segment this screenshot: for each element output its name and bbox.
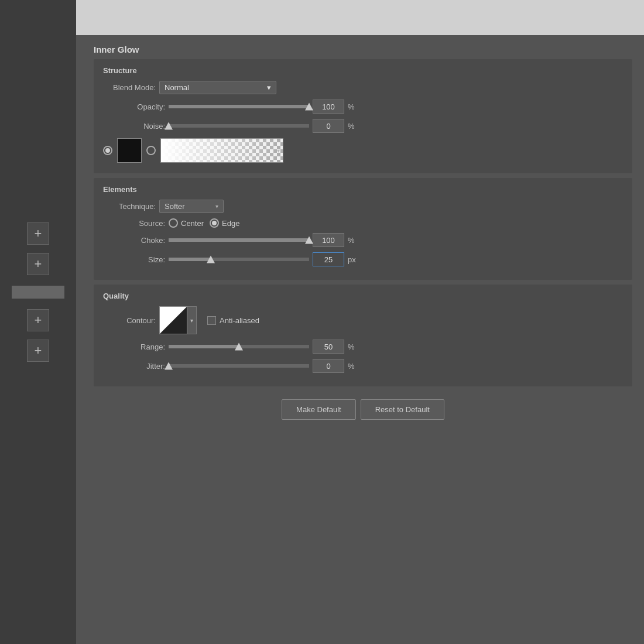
source-row: Source: Center Edge <box>103 218 623 228</box>
technique-row: Technique: Softer ▾ <box>103 200 623 213</box>
jitter-unit: % <box>348 362 359 371</box>
main-panel: Inner Glow Structure Blend Mode: Normal … <box>76 0 644 644</box>
choke-input[interactable] <box>313 233 344 247</box>
size-unit: px <box>348 255 359 264</box>
quality-title: Quality <box>103 292 623 300</box>
source-center-radio[interactable] <box>169 218 178 228</box>
size-label: Size: <box>112 255 165 264</box>
source-edge-option[interactable]: Edge <box>210 218 239 228</box>
noise-unit: % <box>348 122 359 131</box>
range-label: Range: <box>112 342 165 351</box>
sidebar: + + + + <box>0 0 76 644</box>
blend-mode-value: Normal <box>165 83 189 92</box>
sidebar-button-1[interactable]: + <box>27 222 49 245</box>
source-edge-radio[interactable] <box>210 218 219 228</box>
gradient-swatch-inner <box>161 139 283 162</box>
choke-thumb[interactable] <box>305 237 313 244</box>
opacity-unit: % <box>348 102 359 111</box>
inner-glow-panel: Inner Glow Structure Blend Mode: Normal … <box>76 35 644 644</box>
size-thumb[interactable] <box>207 256 215 263</box>
blend-mode-dropdown[interactable]: Normal ▾ <box>159 81 276 94</box>
opacity-input[interactable] <box>313 100 344 114</box>
sidebar-button-4[interactable]: + <box>27 340 49 362</box>
jitter-label: Jitter: <box>112 362 165 371</box>
blend-mode-chevron-icon: ▾ <box>267 83 271 92</box>
panel-title: Inner Glow <box>94 44 632 54</box>
anti-aliased-label: Anti-aliased <box>220 316 259 325</box>
source-center-label: Center <box>181 219 204 228</box>
contour-row: Contour: ▾ Anti-aliased <box>103 306 623 334</box>
technique-value: Softer <box>165 202 185 211</box>
bottom-bar: Make Default Reset to Default <box>94 391 632 426</box>
gradient-swatch[interactable]: ▾ <box>160 138 283 163</box>
choke-slider[interactable] <box>169 238 309 242</box>
choke-row: Choke: % <box>103 233 623 247</box>
jitter-slider[interactable] <box>169 364 309 368</box>
choke-label: Choke: <box>112 236 165 245</box>
size-input[interactable] <box>313 252 344 266</box>
anti-aliased-checkbox[interactable] <box>207 316 216 325</box>
noise-row: Noise: % <box>103 119 623 133</box>
elements-title: Elements <box>103 185 623 194</box>
range-thumb[interactable] <box>235 343 243 351</box>
range-input[interactable] <box>313 340 344 354</box>
sidebar-button-2[interactable]: + <box>27 253 49 275</box>
contour-swatch-inner <box>160 307 187 334</box>
contour-swatch[interactable] <box>159 306 187 334</box>
technique-dropdown[interactable]: Softer ▾ <box>159 200 224 213</box>
jitter-thumb[interactable] <box>165 362 173 370</box>
blend-mode-row: Blend Mode: Normal ▾ <box>103 81 623 94</box>
size-row: Size: px <box>103 252 623 266</box>
opacity-slider[interactable] <box>169 105 309 108</box>
sidebar-bar <box>12 286 64 299</box>
technique-chevron-icon: ▾ <box>215 203 218 210</box>
gradient-chevron-icon: ▾ <box>277 148 280 154</box>
reset-to-default-button[interactable]: Reset to Default <box>361 399 444 420</box>
structure-section: Structure Blend Mode: Normal ▾ Opacity: … <box>94 59 632 173</box>
quality-section: Quality Contour: ▾ Anti-aliased <box>94 285 632 386</box>
jitter-row: Jitter: % <box>103 359 623 373</box>
source-edge-label: Edge <box>222 219 239 228</box>
jitter-input[interactable] <box>313 359 344 373</box>
noise-slider[interactable] <box>169 124 309 128</box>
contour-control: ▾ <box>159 306 197 334</box>
noise-input[interactable] <box>313 119 344 133</box>
noise-thumb[interactable] <box>165 122 173 130</box>
size-slider[interactable] <box>169 258 309 261</box>
blend-mode-label: Blend Mode: <box>103 83 156 92</box>
contour-dropdown-icon[interactable]: ▾ <box>187 306 197 334</box>
source-label: Source: <box>112 219 165 228</box>
contour-label: Contour: <box>103 316 156 325</box>
opacity-label: Opacity: <box>112 102 165 111</box>
anti-aliased-group: Anti-aliased <box>207 316 259 325</box>
make-default-button[interactable]: Make Default <box>282 399 356 420</box>
range-unit: % <box>348 342 359 351</box>
elements-section: Elements Technique: Softer ▾ Source: Cen… <box>94 178 632 280</box>
opacity-row: Opacity: % <box>103 100 623 114</box>
contour-triangle <box>160 306 187 334</box>
range-row: Range: % <box>103 340 623 354</box>
color-swatch[interactable] <box>117 138 142 163</box>
sidebar-button-3[interactable]: + <box>27 309 49 331</box>
opacity-thumb[interactable] <box>305 103 313 111</box>
swatch-row: ▾ <box>103 138 623 163</box>
choke-unit: % <box>348 236 359 245</box>
structure-title: Structure <box>103 66 623 75</box>
top-bar <box>76 0 644 35</box>
source-options: Center Edge <box>169 218 239 228</box>
color-radio[interactable] <box>103 146 112 155</box>
technique-label: Technique: <box>103 202 156 211</box>
gradient-radio[interactable] <box>146 146 156 155</box>
source-center-option[interactable]: Center <box>169 218 204 228</box>
noise-label: Noise: <box>112 122 165 131</box>
range-slider[interactable] <box>169 345 309 348</box>
